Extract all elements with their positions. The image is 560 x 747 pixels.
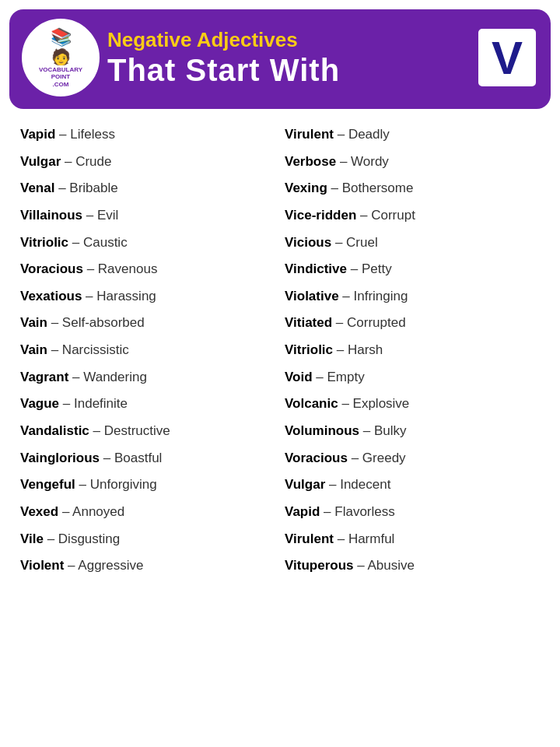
word-term: Venal <box>20 181 54 195</box>
list-item: Voracious – Ravenous <box>16 256 280 283</box>
list-item: Venal – Bribable <box>16 175 280 202</box>
word-definition: – Abusive <box>353 558 414 573</box>
word-term: Vituperous <box>285 558 353 573</box>
word-definition: – Ravenous <box>83 261 157 276</box>
word-definition: – Bulky <box>359 423 406 438</box>
left-column: Vapid – LifelessVulgar – CrudeVenal – Br… <box>16 121 280 580</box>
word-term: Vain <box>20 342 47 357</box>
word-definition: – Harsh <box>333 342 383 357</box>
list-item: Vain – Self-absorbed <box>16 310 280 337</box>
word-definition: – Narcissistic <box>47 342 129 357</box>
word-definition: – Cruel <box>331 235 378 250</box>
list-item: Vicious – Cruel <box>280 230 544 257</box>
word-definition: – Harassing <box>82 289 156 303</box>
word-definition: – Aggressive <box>64 558 143 573</box>
logo-text: VOCABULARY POINT .COM <box>39 66 82 89</box>
logo: 📚 🧑 VOCABULARY POINT .COM <box>22 19 100 96</box>
word-term: Vexing <box>285 181 327 195</box>
word-definition: – Harmful <box>334 531 394 546</box>
logo-book-icon: 📚 <box>51 27 72 47</box>
word-term: Virulent <box>285 531 334 546</box>
word-term: Violative <box>285 289 339 303</box>
list-item: Vindictive – Petty <box>280 256 544 283</box>
header-subtitle: Negative Adjectives <box>107 28 468 52</box>
word-term: Violent <box>20 558 64 573</box>
word-definition: – Explosive <box>338 396 410 411</box>
word-term: Vandalistic <box>20 423 89 438</box>
right-column: Virulent – DeadlyVerbose – WordyVexing –… <box>280 121 544 580</box>
list-item: Voracious – Greedy <box>280 445 544 472</box>
list-item: Vituperous – Abusive <box>280 552 544 580</box>
list-item: Violative – Infringing <box>280 283 544 310</box>
list-item: Volcanic – Explosive <box>280 391 544 418</box>
list-item: Vitriolic – Harsh <box>280 337 544 364</box>
list-item: Vice-ridden – Corrupt <box>280 202 544 230</box>
word-definition: – Lifeless <box>55 127 115 142</box>
list-item: Vagrant – Wandering <box>16 364 280 391</box>
word-definition: – Unforgiving <box>75 477 157 492</box>
list-item: Villainous – Evil <box>16 202 280 230</box>
word-definition: – Boastful <box>100 451 162 465</box>
list-item: Vainglorious – Boastful <box>16 445 280 472</box>
list-item: Verbose – Wordy <box>280 149 544 176</box>
list-item: Vulgar – Crude <box>16 149 280 176</box>
list-item: Voluminous – Bulky <box>280 418 544 445</box>
list-item: Vengeful – Unforgiving <box>16 472 280 499</box>
word-term: Vitriolic <box>20 235 68 250</box>
word-definition: – Bothersome <box>327 181 414 195</box>
list-item: Vexed – Annoyed <box>16 499 280 526</box>
word-definition: – Self-absorbed <box>47 315 145 330</box>
word-definition: – Bribable <box>54 181 117 195</box>
list-item: Vapid – Lifeless <box>16 121 280 149</box>
list-item: Vulgar – Indecent <box>280 472 544 499</box>
word-definition: – Petty <box>347 261 392 276</box>
word-definition: – Disgusting <box>44 531 120 546</box>
word-definition: – Deadly <box>334 127 390 142</box>
word-definition: – Indecent <box>325 477 390 492</box>
list-item: Vain – Narcissistic <box>16 337 280 364</box>
word-definition: – Caustic <box>68 235 128 250</box>
word-definition: – Greedy <box>348 451 406 465</box>
word-definition: – Flavorless <box>320 504 394 519</box>
word-definition: – Destructive <box>89 423 170 438</box>
word-term: Voluminous <box>285 423 359 438</box>
word-term: Vitriolic <box>285 342 333 357</box>
word-term: Vice-ridden <box>285 208 356 223</box>
word-term: Vulgar <box>20 154 61 169</box>
list-item: Virulent – Deadly <box>280 121 544 149</box>
word-term: Vainglorious <box>20 451 100 465</box>
logo-figure-icon: 🧑 <box>51 47 71 66</box>
word-term: Vexatious <box>20 289 82 303</box>
word-definition: – Wandering <box>68 370 146 384</box>
word-term: Vicious <box>285 235 331 250</box>
letter-box: V <box>476 26 538 89</box>
word-definition: – Wordy <box>336 154 389 169</box>
list-item: Void – Empty <box>280 364 544 391</box>
word-term: Voracious <box>285 451 348 465</box>
word-definition: – Crude <box>61 154 111 169</box>
list-item: Violent – Aggressive <box>16 552 280 580</box>
header-text-block: Negative Adjectives That Start With <box>107 28 468 86</box>
word-term: Villainous <box>20 208 82 223</box>
word-term: Volcanic <box>285 396 338 411</box>
word-term: Vague <box>20 396 59 411</box>
word-term: Vagrant <box>20 370 68 384</box>
word-definition: – Indefinite <box>59 396 128 411</box>
list-item: Vapid – Flavorless <box>280 499 544 526</box>
word-term: Vengeful <box>20 477 75 492</box>
word-term: Vitiated <box>285 315 332 330</box>
word-definition: – Empty <box>313 370 365 384</box>
word-term: Vindictive <box>285 261 347 276</box>
list-item: Vexatious – Harassing <box>16 283 280 310</box>
letter-v: V <box>492 31 523 85</box>
list-item: Vexing – Bothersome <box>280 175 544 202</box>
word-list-content: Vapid – LifelessVulgar – CrudeVenal – Br… <box>0 109 560 595</box>
word-term: Vexed <box>20 504 58 519</box>
list-item: Virulent – Harmful <box>280 526 544 553</box>
header-title: That Start With <box>107 53 468 87</box>
list-item: Vitiated – Corrupted <box>280 310 544 337</box>
word-term: Void <box>285 370 313 384</box>
word-definition: – Evil <box>82 208 118 223</box>
word-term: Vain <box>20 315 47 330</box>
word-definition: – Corrupt <box>356 208 415 223</box>
